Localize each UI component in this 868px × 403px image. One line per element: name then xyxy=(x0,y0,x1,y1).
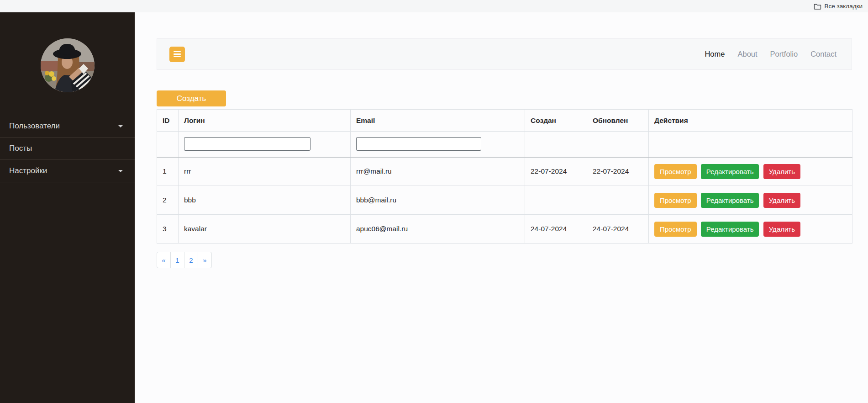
sidebar-menu: Пользователи Посты Настройки xyxy=(0,115,135,182)
cell-updated: 22-07-2024 xyxy=(587,157,649,186)
delete-button[interactable]: Удалить xyxy=(763,164,800,179)
browser-bookmarks-bar: Все закладки xyxy=(0,0,868,12)
cell-email: rrr@mail.ru xyxy=(351,157,525,186)
caret-down-icon xyxy=(118,125,123,127)
pagination-prev[interactable]: « xyxy=(157,252,171,268)
cell-created xyxy=(525,186,587,215)
pagination-next[interactable]: » xyxy=(198,252,212,268)
column-header-email: Email xyxy=(351,110,525,132)
table-row: 2 bbb bbb@mail.ru Просмотр Редактировать… xyxy=(157,186,852,215)
filter-login-input[interactable] xyxy=(184,137,310,151)
filter-email-input[interactable] xyxy=(356,137,481,151)
table-filter-row xyxy=(157,132,852,157)
filter-cell-actions xyxy=(649,132,852,157)
filter-cell-login xyxy=(179,132,351,157)
users-table: ID Логин Email Создан Обновлен Действия xyxy=(157,109,852,244)
table-row: 3 kavalar apuc06@mail.ru 24-07-2024 24-0… xyxy=(157,215,852,244)
column-header-login: Логин xyxy=(179,110,351,132)
cell-id: 3 xyxy=(157,215,179,244)
hamburger-menu-button[interactable] xyxy=(169,47,185,62)
pagination: « 1 2 » xyxy=(157,252,852,268)
cell-actions: Просмотр Редактировать Удалить xyxy=(649,157,852,186)
filter-cell-id xyxy=(157,132,179,157)
sidebar-item-label: Посты xyxy=(9,144,32,153)
edit-button[interactable]: Редактировать xyxy=(701,222,759,237)
column-header-updated: Обновлен xyxy=(587,110,649,132)
view-button[interactable]: Просмотр xyxy=(654,193,697,208)
hamburger-icon xyxy=(174,53,181,55)
filter-cell-email xyxy=(351,132,525,157)
sidebar-item-label: Пользователи xyxy=(9,122,60,131)
pagination-page-1[interactable]: 1 xyxy=(170,252,184,268)
column-header-actions: Действия xyxy=(649,110,852,132)
view-button[interactable]: Просмотр xyxy=(654,222,697,237)
navbar-links: Home About Portfolio Contact xyxy=(705,50,836,58)
bookmarks-label[interactable]: Все закладки xyxy=(825,3,863,10)
caret-down-icon xyxy=(118,170,123,172)
cell-id: 1 xyxy=(157,157,179,186)
delete-button[interactable]: Удалить xyxy=(763,193,800,208)
hamburger-icon xyxy=(174,56,181,58)
sidebar-item-posts[interactable]: Посты xyxy=(0,138,135,160)
cell-email: bbb@mail.ru xyxy=(351,186,525,215)
main-content: Home About Portfolio Contact Создать ID … xyxy=(135,12,868,403)
cell-email: apuc06@mail.ru xyxy=(351,215,525,244)
cell-created: 24-07-2024 xyxy=(525,215,587,244)
filter-cell-created xyxy=(525,132,587,157)
sidebar: Пользователи Посты Настройки xyxy=(0,12,135,403)
hamburger-icon xyxy=(174,51,181,53)
app-window: Пользователи Посты Настройки Home xyxy=(0,12,868,403)
filter-cell-updated xyxy=(587,132,649,157)
sidebar-item-label: Настройки xyxy=(9,166,47,175)
pagination-page-2[interactable]: 2 xyxy=(184,252,198,268)
sidebar-item-settings[interactable]: Настройки xyxy=(0,160,135,182)
view-button[interactable]: Просмотр xyxy=(654,164,697,179)
table-header-row: ID Логин Email Создан Обновлен Действия xyxy=(157,110,852,132)
cell-updated: 24-07-2024 xyxy=(587,215,649,244)
avatar xyxy=(41,38,95,92)
edit-button[interactable]: Редактировать xyxy=(701,164,759,179)
cell-login: bbb xyxy=(179,186,351,215)
column-header-created: Создан xyxy=(525,110,587,132)
cell-created: 22-07-2024 xyxy=(525,157,587,186)
cell-login: kavalar xyxy=(179,215,351,244)
nav-link-home[interactable]: Home xyxy=(705,50,725,58)
column-header-id: ID xyxy=(157,110,179,132)
nav-link-portfolio[interactable]: Portfolio xyxy=(770,50,798,58)
delete-button[interactable]: Удалить xyxy=(763,222,800,237)
top-navbar: Home About Portfolio Contact xyxy=(157,38,852,70)
table-row: 1 rrr rrr@mail.ru 22-07-2024 22-07-2024 … xyxy=(157,157,852,186)
nav-link-about[interactable]: About xyxy=(737,50,757,58)
cell-login: rrr xyxy=(179,157,351,186)
cell-actions: Просмотр Редактировать Удалить xyxy=(649,186,852,215)
folder-icon[interactable] xyxy=(814,3,821,10)
cell-id: 2 xyxy=(157,186,179,215)
nav-link-contact[interactable]: Contact xyxy=(810,50,836,58)
sidebar-item-users[interactable]: Пользователи xyxy=(0,115,135,138)
edit-button[interactable]: Редактировать xyxy=(701,193,759,208)
create-button[interactable]: Создать xyxy=(157,90,226,106)
cell-actions: Просмотр Редактировать Удалить xyxy=(649,215,852,244)
cell-updated xyxy=(587,186,649,215)
